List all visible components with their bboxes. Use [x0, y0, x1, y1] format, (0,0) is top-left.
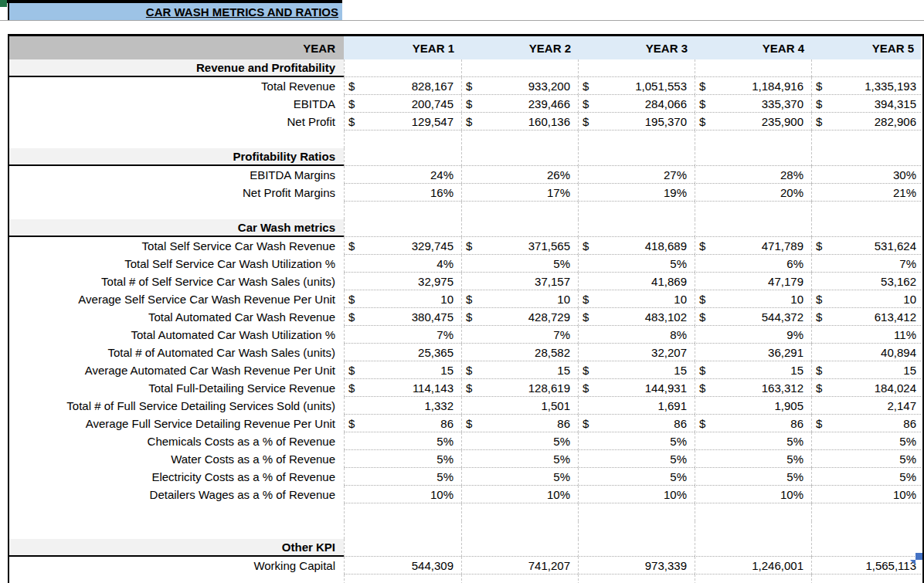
- cell-year-2[interactable]: [461, 148, 578, 166]
- cell-year-1[interactable]: [344, 575, 461, 583]
- cell-year-3[interactable]: 19%: [578, 184, 695, 202]
- row-label[interactable]: Chemicals Costs as a % of Revenue: [9, 432, 344, 450]
- cell-year-3[interactable]: [578, 503, 695, 521]
- row-label[interactable]: Average Automated Car Wash Revenue Per U…: [9, 361, 344, 379]
- cell-year-3[interactable]: $195,370: [578, 113, 695, 130]
- cell-year-5[interactable]: [811, 148, 921, 166]
- cell-year-5[interactable]: $10: [811, 290, 921, 308]
- header-cell-year-4[interactable]: YEAR 4: [695, 36, 811, 59]
- cell-year-1[interactable]: $200,745: [344, 95, 461, 113]
- cell-year-2[interactable]: $15: [461, 361, 578, 379]
- cell-year-4[interactable]: [695, 202, 811, 219]
- cell-year-1[interactable]: $380,475: [344, 308, 461, 326]
- row-label[interactable]: Total Automated Car Wash Revenue: [9, 308, 344, 326]
- cell-year-3[interactable]: 973,339: [578, 557, 695, 575]
- cell-year-3[interactable]: $15: [578, 361, 695, 379]
- header-cell-year-5[interactable]: YEAR 5: [811, 36, 921, 59]
- cell-year-2[interactable]: [461, 202, 578, 219]
- cell-year-1[interactable]: 16%: [344, 184, 461, 202]
- row-label[interactable]: Detailers Wages as a % of Revenue: [9, 486, 344, 503]
- cell-year-5[interactable]: [811, 539, 921, 557]
- cell-year-5[interactable]: [811, 575, 921, 583]
- header-cell-year-3[interactable]: YEAR 3: [578, 36, 695, 59]
- cell-year-4[interactable]: [695, 503, 811, 521]
- cell-year-1[interactable]: $10: [344, 290, 461, 308]
- cell-year-5[interactable]: 2,147: [811, 397, 921, 415]
- row-label-cell[interactable]: [9, 130, 344, 148]
- cell-year-2[interactable]: 26%: [461, 166, 578, 184]
- cell-year-5[interactable]: 5%: [811, 468, 921, 486]
- row-label[interactable]: EBITDA: [9, 95, 344, 113]
- cell-year-2[interactable]: [461, 521, 578, 539]
- cell-year-4[interactable]: [695, 539, 811, 557]
- row-label-cell[interactable]: [9, 521, 344, 539]
- cell-year-1[interactable]: [344, 202, 461, 219]
- row-label[interactable]: Water Costs as a % of Revenue: [9, 450, 344, 468]
- cell-year-5[interactable]: 40,894: [811, 344, 921, 361]
- cell-year-2[interactable]: [461, 575, 578, 583]
- cell-year-1[interactable]: 544,309: [344, 557, 461, 575]
- cell-year-2[interactable]: [461, 59, 578, 77]
- cell-year-1[interactable]: [344, 148, 461, 166]
- cell-year-2[interactable]: [461, 130, 578, 148]
- row-label[interactable]: Total # of Self Service Car Wash Sales (…: [9, 273, 344, 290]
- cell-year-2[interactable]: $86: [461, 415, 578, 432]
- cell-year-3[interactable]: 5%: [578, 450, 695, 468]
- cell-year-5[interactable]: [811, 130, 921, 148]
- cell-year-3[interactable]: $10: [578, 290, 695, 308]
- cell-year-1[interactable]: $86: [344, 415, 461, 432]
- cell-year-5[interactable]: $282,906: [811, 113, 921, 130]
- cell-year-2[interactable]: 17%: [461, 184, 578, 202]
- cell-year-2[interactable]: $128,619: [461, 379, 578, 397]
- cell-year-1[interactable]: [344, 521, 461, 539]
- cell-year-3[interactable]: 5%: [578, 468, 695, 486]
- cell-year-4[interactable]: [695, 130, 811, 148]
- row-label[interactable]: Net Profit Margins: [9, 184, 344, 202]
- cell-year-4[interactable]: 36,291: [695, 344, 811, 361]
- row-label[interactable]: Total Automated Car Wash Utilization %: [9, 326, 344, 344]
- cell-year-1[interactable]: [344, 59, 461, 77]
- cell-year-3[interactable]: $1,051,553: [578, 77, 695, 95]
- cell-year-3[interactable]: 27%: [578, 166, 695, 184]
- cell-year-3[interactable]: [578, 130, 695, 148]
- cell-year-2[interactable]: $933,200: [461, 77, 578, 95]
- cell-year-3[interactable]: $284,066: [578, 95, 695, 113]
- cell-year-5[interactable]: 53,162: [811, 273, 921, 290]
- cell-year-3[interactable]: $483,102: [578, 308, 695, 326]
- cell-year-5[interactable]: [811, 503, 921, 521]
- cell-year-1[interactable]: $129,547: [344, 113, 461, 130]
- cell-year-5[interactable]: 21%: [811, 184, 921, 202]
- cell-year-5[interactable]: 10%: [811, 486, 921, 503]
- cell-year-1[interactable]: $114,143: [344, 379, 461, 397]
- row-label[interactable]: Average Full Service Detailing Revenue P…: [9, 415, 344, 432]
- cell-year-3[interactable]: 8%: [578, 326, 695, 344]
- cell-year-5[interactable]: $86: [811, 415, 921, 432]
- cell-year-5[interactable]: $613,412: [811, 308, 921, 326]
- cell-year-2[interactable]: 37,157: [461, 273, 578, 290]
- cell-year-4[interactable]: 20%: [695, 184, 811, 202]
- cell-year-4[interactable]: 10%: [695, 486, 811, 503]
- section-header[interactable]: Car Wash metrics: [9, 219, 344, 237]
- cell-year-2[interactable]: [461, 539, 578, 557]
- cell-year-5[interactable]: $1,335,193: [811, 77, 921, 95]
- cell-year-1[interactable]: 32,975: [344, 273, 461, 290]
- cell-year-4[interactable]: $10: [695, 290, 811, 308]
- cell-year-2[interactable]: 28,582: [461, 344, 578, 361]
- cell-year-3[interactable]: 41,869: [578, 273, 695, 290]
- cell-year-2[interactable]: [461, 219, 578, 237]
- cell-year-5[interactable]: [811, 202, 921, 219]
- cell-year-1[interactable]: [344, 219, 461, 237]
- cell-year-2[interactable]: 5%: [461, 255, 578, 273]
- cell-year-5[interactable]: 5%: [811, 432, 921, 450]
- cell-year-3[interactable]: 5%: [578, 255, 695, 273]
- cell-year-3[interactable]: 5%: [578, 432, 695, 450]
- cell-year-4[interactable]: $544,372: [695, 308, 811, 326]
- cell-year-4[interactable]: $1,184,916: [695, 77, 811, 95]
- cell-year-3[interactable]: 10%: [578, 486, 695, 503]
- cell-year-4[interactable]: 1,246,001: [695, 557, 811, 575]
- cell-year-3[interactable]: [578, 539, 695, 557]
- cell-year-2[interactable]: [461, 503, 578, 521]
- cell-year-5[interactable]: [811, 59, 921, 77]
- row-label[interactable]: Net Profit: [9, 113, 344, 130]
- cell-year-5[interactable]: $15: [811, 361, 921, 379]
